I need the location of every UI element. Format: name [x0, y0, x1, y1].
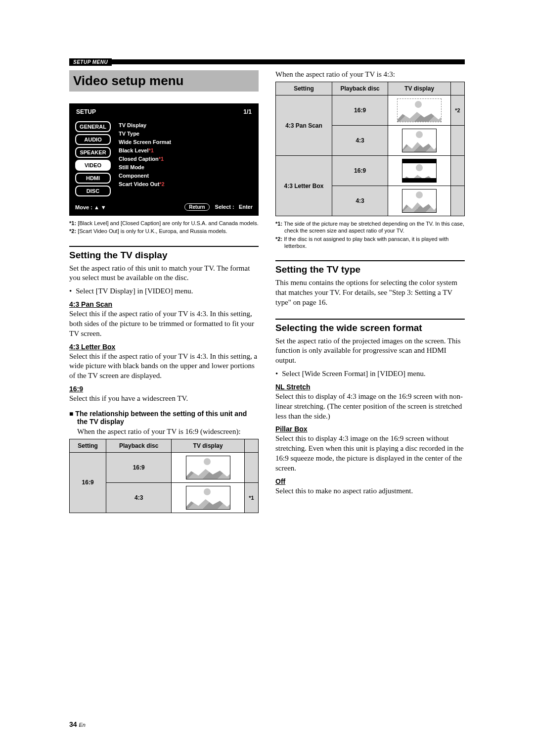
page-number: 34 En	[69, 720, 86, 728]
setup-title: SETUP	[76, 108, 96, 115]
h2-tv-display: Setting the TV display	[69, 250, 259, 261]
body-text: Select this if you have a widescreen TV.	[69, 394, 259, 404]
body-text: This menu contains the options for selec…	[275, 278, 465, 307]
body-text: Select this if the aspect ratio of your …	[69, 309, 259, 338]
menu-item[interactable]: TV Display	[119, 122, 171, 128]
body-text: When the aspect ratio of your TV is 16:9…	[77, 427, 259, 436]
move-label: Move :	[75, 204, 92, 210]
body-text: Select this if the aspect ratio of your …	[69, 352, 259, 381]
h3-169: 16:9	[69, 385, 259, 393]
return-button[interactable]: Return	[184, 203, 209, 211]
bullet: Select [Wide Screen Format] in [VIDEO] m…	[275, 370, 465, 378]
tab-speaker[interactable]: SPEAKER	[75, 147, 111, 158]
page-title-band: Video setup menu	[69, 70, 259, 92]
h3-pan-scan: 4:3 Pan Scan	[69, 300, 259, 308]
footnote: *2: [Scart Video Out] is only for U.K., …	[69, 228, 259, 235]
tab-video[interactable]: VIDEO	[75, 160, 111, 171]
body-text: Select this to display 4:3 image on the …	[275, 434, 465, 473]
menu-item[interactable]: Scart Video Out*2	[119, 181, 171, 187]
tab-general[interactable]: GENERAL	[75, 121, 111, 132]
enter-label: Enter	[239, 204, 253, 210]
menu-item[interactable]: Closed Caption*1	[119, 156, 171, 162]
footnote: *1: The side of the picture may be stret…	[275, 220, 465, 235]
h3-pillar-box: Pillar Box	[275, 425, 465, 433]
h2-tv-type: Setting the TV type	[275, 264, 465, 275]
h3-off: Off	[275, 477, 465, 485]
menu-item[interactable]: TV Type	[119, 131, 171, 137]
setup-page: 1/1	[243, 108, 252, 115]
body-text: Set the aspect ratio of this unit to mat…	[69, 264, 259, 284]
tab-disc[interactable]: DISC	[75, 186, 111, 196]
table-169: Setting Playback disc TV display 16:9 16…	[69, 439, 259, 513]
menu-item[interactable]: Black Level*1	[119, 147, 171, 153]
tab-audio[interactable]: AUDIO	[75, 134, 111, 145]
body-text: Select this to display of 4:3 image on t…	[275, 392, 465, 421]
table-43: Setting Playback disc TV display 4:3 Pan…	[275, 82, 465, 216]
tab-hdmi[interactable]: HDMI	[75, 173, 111, 184]
footnote: *1: [Black Level] and [Closed Caption] a…	[69, 220, 259, 227]
body-text: Set the aspect ratio of the projected im…	[275, 336, 465, 366]
select-label: Select :	[215, 204, 234, 210]
bullet: Select [TV Display] in [VIDEO] menu.	[69, 287, 259, 295]
breadcrumb: SETUP MENU	[69, 58, 112, 66]
h4-relationship: The relationship between the setting of …	[69, 410, 259, 425]
page-title: Video setup menu	[73, 73, 255, 89]
menu-item[interactable]: Component	[119, 173, 171, 179]
body-text: Select this to make no aspect ratio adju…	[275, 486, 465, 496]
menu-item[interactable]: Wide Screen Format	[119, 139, 171, 145]
body-text: When the aspect ratio of your TV is 4:3:	[275, 70, 465, 79]
h3-nl-stretch: NL Stretch	[275, 383, 465, 391]
h2-wide-screen: Selecting the wide screen format	[275, 323, 465, 333]
footnote: *2: If the disc is not assigned to play …	[275, 236, 465, 250]
h3-letter-box: 4:3 Letter Box	[69, 343, 259, 351]
menu-item[interactable]: Still Mode	[119, 164, 171, 170]
setup-panel: SETUP 1/1 GENERAL AUDIO SPEAKER VIDEO HD…	[69, 103, 259, 216]
